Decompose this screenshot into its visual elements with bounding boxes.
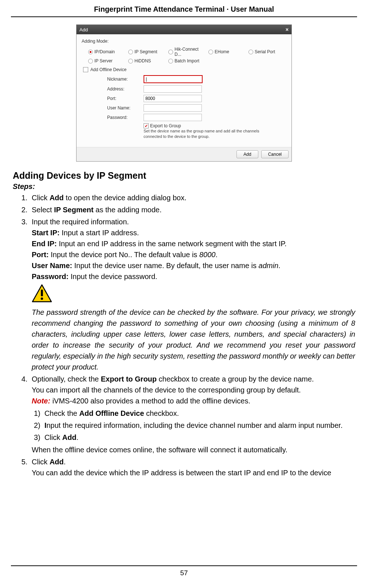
radio-hiddns[interactable]: HiDDNS	[128, 58, 166, 63]
substep-3: 3) Click Add.	[43, 432, 355, 443]
export-note-text: Set the device name as the group name an…	[144, 128, 271, 140]
password-input[interactable]	[144, 114, 202, 121]
bold-text: Export to Group	[101, 375, 157, 383]
radio-ehome[interactable]: EHome	[208, 47, 246, 57]
radio-batch-import[interactable]: Batch Import	[168, 58, 206, 63]
bold-text: Add	[62, 433, 77, 441]
port-input[interactable]	[144, 95, 202, 102]
radio-ip-segment[interactable]: IP Segment	[128, 47, 166, 57]
text: as the adding mode.	[94, 206, 162, 214]
text: Input an end IP address in the same netw…	[57, 240, 287, 248]
radio-label: EHome	[215, 49, 229, 54]
section-heading: Adding Devices by IP Segment	[13, 170, 355, 181]
field-label: User Name:	[32, 262, 72, 270]
adding-mode-label: Adding Mode:	[82, 39, 286, 44]
radio-ip-domain[interactable]: IP/Domain	[88, 47, 126, 57]
bold-text: IP Segment	[54, 206, 94, 214]
italic-value: admin	[259, 262, 278, 270]
field-label: Password:	[32, 272, 68, 281]
text: to open the device adding dialog box.	[64, 194, 187, 202]
step-4-after-sub: When the offline device comes online, th…	[32, 444, 355, 455]
svg-rect-1	[41, 290, 43, 297]
page-footer: 57	[11, 565, 357, 577]
port-label: Port:	[107, 96, 144, 101]
username-row: User Name:	[107, 104, 286, 112]
username-input[interactable]	[144, 104, 202, 112]
password-row: Password:	[107, 114, 286, 121]
checkbox-label: Export to Group	[150, 123, 181, 128]
offline-device-checkbox[interactable]: Add Offline Device	[83, 67, 286, 72]
dialog-footer: Add Cancel	[77, 147, 291, 161]
startip-line: Start IP: Input a start IP address.	[32, 227, 355, 238]
substeps-list: 1) Check the Add Offline Device checkbox…	[32, 408, 355, 443]
radio-icon	[128, 59, 133, 63]
nickname-label: Nickname:	[107, 77, 144, 82]
text: Check the	[44, 409, 79, 417]
close-icon[interactable]: ×	[286, 27, 289, 32]
field-label: Port:	[32, 251, 49, 259]
radio-icon	[168, 50, 173, 54]
text: Input a start IP address.	[60, 229, 139, 237]
step-4: Optionally, check the Export to Group ch…	[30, 374, 355, 455]
dialog-title: Add	[79, 27, 88, 32]
step-3: Input the required information. Start IP…	[30, 216, 355, 372]
radio-label: Serial Port	[255, 49, 275, 54]
substep-1: 1) Check the Add Offline Device checkbox…	[43, 408, 355, 419]
endip-line: End IP: Input an end IP address in the s…	[32, 238, 355, 249]
field-label: Start IP:	[32, 229, 60, 237]
password-line: Password: Input the device password.	[32, 271, 355, 282]
text: Select	[32, 206, 54, 214]
radio-icon	[248, 50, 253, 54]
radio-label: IP Server	[94, 58, 113, 63]
page-content: Add × Adding Mode: IP/Domain IP Segment	[0, 17, 368, 487]
port-row: Port:	[107, 95, 286, 102]
text: Input the device user name. By default, …	[72, 262, 258, 270]
text: Input the device port No.. The default v…	[49, 251, 199, 259]
radio-hik-connect[interactable]: Hik-Connect D...	[168, 47, 206, 57]
nickname-input[interactable]	[144, 75, 203, 83]
checkbox-icon	[83, 67, 88, 72]
radio-icon	[168, 59, 173, 63]
export-to-group-checkbox[interactable]: ✔ Export to Group	[144, 123, 286, 128]
page-header: Fingerprint Time Attendance Terminal · U…	[11, 0, 357, 17]
radio-serial-port[interactable]: Serial Port	[248, 47, 286, 57]
substep-2: 2) Input the required information, inclu…	[43, 420, 355, 431]
add-button[interactable]: Add	[236, 150, 258, 158]
text: .	[215, 251, 218, 259]
steps-list: Click Add to open the device adding dial…	[13, 192, 355, 478]
radio-label: IP Segment	[134, 49, 157, 54]
italic-value: 8000	[199, 251, 216, 259]
text: checkbox.	[144, 409, 179, 417]
bold-text: Add Offline Device	[79, 409, 144, 417]
text: Input the required information.	[32, 218, 129, 226]
dialog-body: Adding Mode: IP/Domain IP Segment Hik-Co…	[77, 34, 291, 147]
dialog-titlebar: Add ×	[77, 25, 291, 34]
radio-label: IP/Domain	[94, 49, 115, 54]
text: checkbox to create a group by the device…	[157, 375, 314, 383]
username-line: User Name: Input the device user name. B…	[32, 260, 355, 271]
radio-icon	[128, 50, 133, 54]
cancel-button[interactable]: Cancel	[261, 150, 289, 158]
radio-icon	[88, 50, 93, 54]
bold-text: Add	[50, 458, 64, 466]
radio-row-1: IP/Domain IP Segment Hik-Connect D... EH…	[88, 47, 286, 57]
radio-label: Hik-Connect D...	[175, 47, 206, 57]
text: Click	[32, 458, 50, 466]
radio-icon	[88, 59, 93, 63]
text: Click	[44, 433, 62, 441]
step-1: Click Add to open the device adding dial…	[30, 192, 355, 203]
text: Input the device password.	[68, 272, 157, 281]
address-label: Address:	[107, 86, 144, 92]
add-dialog: Add × Adding Mode: IP/Domain IP Segment	[76, 24, 292, 162]
step-5-line2: You can add the device which the IP addr…	[32, 467, 355, 478]
step-4-line2: You can import all the channels of the d…	[32, 384, 355, 395]
checkbox-icon: ✔	[144, 123, 149, 128]
port-line: Port: Input the device port No.. The def…	[32, 249, 355, 260]
address-input[interactable]	[144, 85, 202, 93]
password-warning-text: The password strength of the device can …	[32, 307, 355, 372]
checkbox-label: Add Offline Device	[90, 67, 126, 72]
radio-ip-server[interactable]: IP Server	[88, 58, 126, 63]
text: nput the required information, including…	[46, 421, 342, 429]
bold-text: Add	[50, 194, 64, 202]
text: .	[64, 458, 66, 466]
